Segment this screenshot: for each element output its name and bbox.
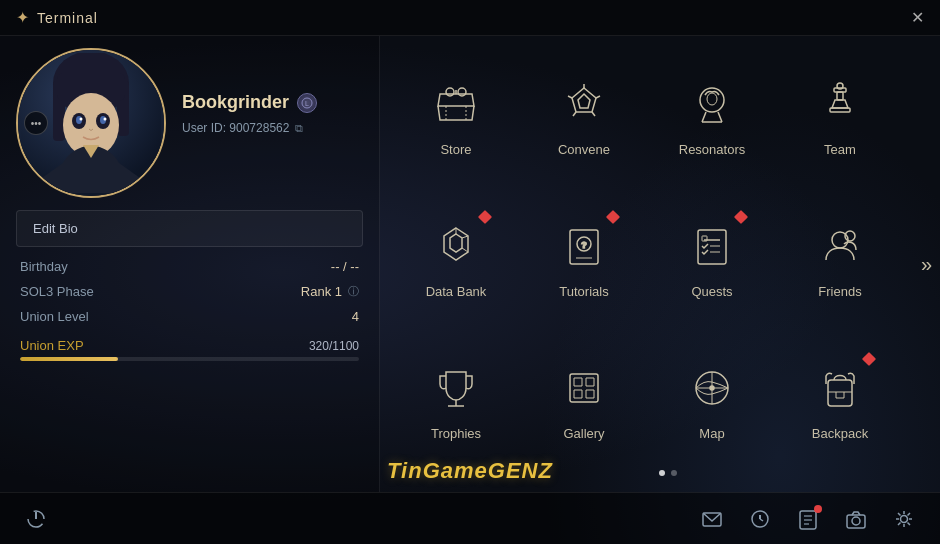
svg-point-14 [446,88,454,96]
camera-icon [845,508,867,530]
right-panel: Store Con [380,36,940,492]
main-container: ✦ Terminal ✕ [0,0,940,544]
clock-button[interactable] [744,503,776,535]
gallery-label: Gallery [563,426,604,441]
exp-bar [20,357,359,361]
menu-item-team[interactable]: Team [780,48,900,182]
menu-item-backpack[interactable]: Backpack [780,332,900,466]
menu-item-databank[interactable]: Data Bank [396,190,516,324]
svg-line-33 [462,236,468,238]
convene-label: Convene [558,142,610,157]
friends-label: Friends [818,284,861,299]
trophies-label: Trophies [431,426,481,441]
union-level-value: 4 [352,309,359,324]
backpack-label: Backpack [812,426,868,441]
terminal-title: Terminal [37,10,98,26]
scroll-arrow[interactable]: » [921,253,932,276]
quests-label: Quests [691,284,732,299]
trophies-icon [432,364,480,412]
union-level-row: Union Level 4 [20,309,359,324]
backpack-icon [816,364,864,412]
svg-line-60 [760,519,763,521]
settings-icon [893,508,915,530]
birthday-row: Birthday -- / -- [20,259,359,274]
svg-rect-53 [828,380,852,406]
power-icon [25,508,47,530]
svg-point-52 [710,386,714,390]
tutorials-icon-wrapper: ? [554,216,614,276]
resonators-label: Resonators [679,142,745,157]
bottom-bar: TinGameGENZ [0,492,940,544]
backpack-icon-wrapper [810,358,870,418]
svg-point-25 [707,93,717,105]
menu-item-tutorials[interactable]: ? Tutorials [524,190,644,324]
page-dot-2[interactable] [671,470,677,476]
gallery-icon [560,364,608,412]
svg-point-11 [104,118,107,121]
avatar-options-button[interactable]: ••• [24,111,48,135]
notes-badge [814,505,822,513]
sol3-info-icon[interactable]: ⓘ [348,284,359,299]
menu-item-convene[interactable]: Convene [524,48,644,182]
menu-item-trophies[interactable]: Trophies [396,332,516,466]
birthday-value: -- / -- [331,259,359,274]
convene-icon [560,80,608,128]
map-icon-wrapper [682,358,742,418]
sol3-label: SOL3 Phase [20,284,94,299]
settings-button[interactable] [888,503,920,535]
clock-icon [749,508,771,530]
svg-line-21 [592,112,595,116]
power-button[interactable] [20,503,52,535]
mail-button[interactable] [696,503,728,535]
map-label: Map [699,426,724,441]
avatar-wrapper: ••• [16,48,166,198]
stats-section: Birthday -- / -- SOL3 Phase Rank 1 ⓘ Uni… [16,259,363,361]
currency-icon: L [297,93,317,113]
menu-item-gallery[interactable]: Gallery [524,332,644,466]
menu-item-quests[interactable]: Quests [652,190,772,324]
edit-bio-button[interactable]: Edit Bio [16,210,363,247]
terminal-icon: ✦ [16,8,29,27]
convene-icon-wrapper [554,74,614,134]
team-icon-wrapper [810,74,870,134]
menu-item-resonators[interactable]: Resonators [652,48,772,182]
menu-item-map[interactable]: Map [652,332,772,466]
quests-icon [688,222,736,270]
close-button[interactable]: ✕ [911,8,924,27]
store-icon-wrapper [426,74,486,134]
databank-icon [432,222,480,270]
notes-button[interactable] [792,503,824,535]
username: Bookgrinder [182,92,289,113]
union-level-label: Union Level [20,309,89,324]
exp-fill [20,357,118,361]
bottom-right [696,503,920,535]
svg-line-34 [462,248,468,252]
tutorials-badge [606,209,620,223]
page-dots [396,466,940,480]
svg-point-66 [852,517,860,525]
union-exp-section: Union EXP 320/1100 [20,338,359,361]
tutorials-label: Tutorials [559,284,608,299]
svg-point-10 [80,118,83,121]
left-panel: ••• Bookgrinder L [0,36,380,492]
copy-uid-button[interactable]: ⧉ [295,122,303,135]
page-dot-1[interactable] [659,470,665,476]
top-bar: ✦ Terminal ✕ [0,0,940,36]
quests-icon-wrapper [682,216,742,276]
sol3-row: SOL3 Phase Rank 1 ⓘ [20,284,359,299]
databank-icon-wrapper [426,216,486,276]
svg-rect-28 [830,108,850,112]
backpack-badge [862,351,876,365]
team-label: Team [824,142,856,157]
quests-badge [734,209,748,223]
mail-icon [701,508,723,530]
resonators-icon [688,80,736,128]
menu-item-store[interactable]: Store [396,48,516,182]
svg-text:?: ? [581,240,587,250]
camera-button[interactable] [840,503,872,535]
svg-line-20 [596,96,600,98]
menu-grid: Store Con [396,48,940,466]
menu-item-friends[interactable]: Friends [780,190,900,324]
main-area: ••• Bookgrinder L [0,36,940,492]
trophies-icon-wrapper [426,358,486,418]
